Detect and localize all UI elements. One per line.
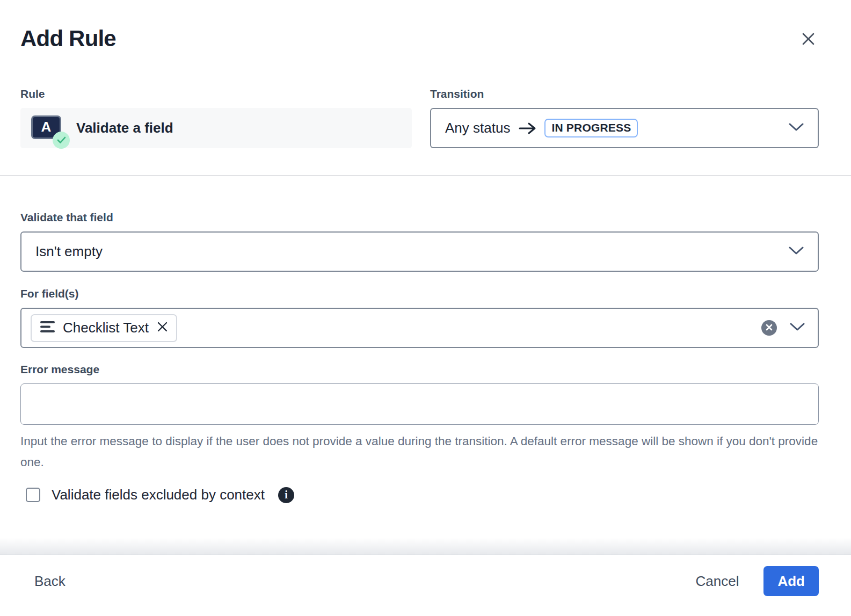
transition-from-status: Any status [445,120,510,136]
validate-field-value: Isn't empty [35,243,103,260]
context-checkbox-label: Validate fields excluded by context [52,487,265,503]
validate-field-label: Validate that field [20,211,819,224]
close-button[interactable] [797,29,819,50]
add-button[interactable]: Add [763,566,819,596]
for-fields-label: For field(s) [20,287,819,301]
transition-select[interactable]: Any status IN PROGRESS [430,108,819,148]
status-badge: IN PROGRESS [544,119,638,137]
check-badge-icon [53,132,70,149]
rule-transition-row: Rule A Validate a field Transition Any s… [0,87,851,148]
error-message-help-text: Input the error message to display if th… [20,431,819,473]
error-message-label: Error message [20,363,819,376]
clear-all-button[interactable] [761,320,777,336]
info-icon[interactable]: i [278,487,294,503]
validate-field-select[interactable]: Isn't empty [20,231,819,272]
cancel-button[interactable]: Cancel [696,573,739,590]
chip-label: Checklist Text [63,320,149,336]
rule-type-icon: A [31,115,63,141]
error-message-textarea[interactable] [20,383,819,425]
context-checkbox[interactable] [26,488,40,502]
arrow-right-icon [519,122,537,135]
modal-footer: Back Cancel Add [0,555,851,616]
section-divider [0,175,851,176]
rule-label: Rule [20,87,412,101]
rule-config-section: Validate that field Isn't empty For fiel… [0,211,851,503]
footer-scroll-shadow [0,538,851,555]
rule-name: Validate a field [76,120,173,136]
modal-header: Add Rule [0,0,851,54]
add-rule-modal: Add Rule Rule A Validat [0,0,851,616]
chevron-down-icon [789,122,804,134]
for-fields-multiselect[interactable]: Checklist Text [20,308,819,348]
page-title: Add Rule [20,24,116,54]
chip-remove-icon[interactable] [157,321,168,335]
rule-card: A Validate a field [20,108,412,148]
field-chip: Checklist Text [31,314,177,342]
chevron-down-icon [789,246,804,257]
clear-icon [766,323,773,333]
text-field-icon [40,321,55,335]
close-icon [800,31,817,49]
back-button[interactable]: Back [34,573,66,590]
context-checkbox-row: Validate fields excluded by context i [20,487,819,503]
chevron-down-icon[interactable] [790,322,805,334]
transition-label: Transition [430,87,819,101]
